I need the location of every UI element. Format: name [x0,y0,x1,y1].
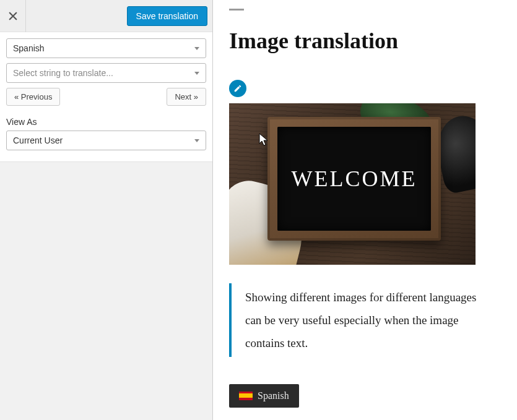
language-select-value: Spanish [13,43,45,53]
page-preview: Image translation WELCOME Showing differ… [213,0,517,420]
pencil-icon [233,84,242,93]
flag-spain-icon [239,392,253,400]
language-switcher-label: Spanish [258,390,289,401]
translation-sidebar: Save translation Spanish Select string t… [0,0,213,420]
caret-down-icon [194,47,199,50]
edit-block-button[interactable] [229,80,246,97]
hero-image[interactable]: WELCOME [229,103,476,265]
sidebar-empty-area [0,161,212,420]
save-translation-button[interactable]: Save translation [127,6,207,26]
close-icon [7,11,19,22]
string-select[interactable]: Select string to translate... [6,63,206,83]
language-switcher[interactable]: Spanish [229,384,299,408]
string-nav: « Previous Next » [6,88,206,106]
hero-chalkboard-frame: WELCOME [267,117,441,241]
next-button[interactable]: Next » [167,88,206,106]
hero-chalkboard-text: WELCOME [292,166,417,192]
description-quote: Showing different images for different l… [229,283,489,357]
view-as-select[interactable]: Current User [6,131,206,150]
string-select-placeholder: Select string to translate... [13,68,113,78]
hero-chalkboard: WELCOME [277,127,431,231]
app-root: Save translation Spanish Select string t… [0,0,517,420]
previous-button[interactable]: « Previous [6,88,60,106]
view-as-value: Current User [13,135,63,145]
page-title: Image translation [229,28,498,54]
caret-down-icon [194,72,199,75]
sidebar-toolbar: Save translation [0,0,212,32]
view-as-label: View As [6,117,206,127]
close-button[interactable] [0,0,26,32]
sidebar-controls: Spanish Select string to translate... « … [0,32,212,161]
language-select[interactable]: Spanish [6,38,206,58]
caret-down-icon [194,139,199,142]
title-divider [229,9,244,11]
